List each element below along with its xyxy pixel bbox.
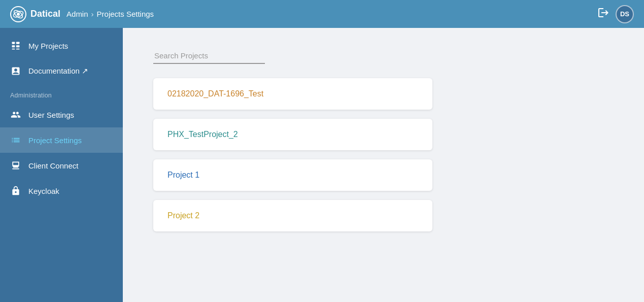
sidebar-item-client-connect-label: Client Connect — [28, 161, 78, 170]
sidebar-item-project-settings[interactable]: Project Settings — [0, 127, 123, 153]
project-name: PHX_TestProject_2 — [167, 130, 238, 139]
breadcrumb-root[interactable]: Admin — [66, 10, 88, 18]
sidebar-item-documentation-label: Documentation ↗ — [28, 66, 88, 76]
sidebar: My Projects Documentation ↗ Administrati… — [0, 28, 123, 302]
administration-label: Administration — [0, 84, 123, 102]
project-card-proj1[interactable]: 02182020_DAT-1696_Test — [153, 78, 432, 110]
server-icon — [10, 160, 21, 171]
project-card-proj4[interactable]: Project 2 — [153, 200, 432, 231]
sidebar-item-user-settings-label: User Settings — [28, 111, 74, 119]
search-container — [153, 48, 614, 64]
project-name: Project 1 — [167, 171, 199, 179]
grid-icon — [10, 40, 21, 51]
header-right: DS — [597, 5, 634, 23]
sidebar-item-project-settings-label: Project Settings — [28, 136, 82, 145]
avatar[interactable]: DS — [616, 5, 634, 23]
logo: Datical — [10, 6, 60, 22]
sidebar-item-my-projects[interactable]: My Projects — [0, 33, 123, 58]
header-left: Datical Admin › Projects Settings — [10, 6, 154, 22]
svg-rect-4 — [12, 42, 15, 44]
project-name: 02182020_DAT-1696_Test — [167, 89, 263, 98]
search-input[interactable] — [153, 48, 265, 64]
sidebar-item-keycloak-label: Keycloak — [28, 187, 59, 195]
svg-rect-6 — [12, 45, 15, 47]
logo-icon — [10, 6, 26, 22]
sidebar-item-keycloak[interactable]: Keycloak — [0, 178, 123, 204]
main-content: 02182020_DAT-1696_TestPHX_TestProject_2P… — [123, 28, 644, 302]
lock-icon — [10, 185, 21, 196]
project-card-proj3[interactable]: Project 1 — [153, 159, 432, 191]
svg-rect-7 — [16, 45, 20, 47]
sidebar-item-documentation[interactable]: Documentation ↗ — [0, 58, 123, 84]
doc-icon — [10, 65, 21, 77]
breadcrumb: Admin › Projects Settings — [66, 10, 154, 18]
project-card-proj2[interactable]: PHX_TestProject_2 — [153, 119, 432, 150]
svg-rect-8 — [12, 49, 15, 50]
svg-rect-5 — [16, 42, 20, 44]
app-header: Datical Admin › Projects Settings DS — [0, 0, 644, 28]
projects-list: 02182020_DAT-1696_TestPHX_TestProject_2P… — [153, 78, 614, 231]
svg-point-3 — [17, 13, 20, 16]
main-layout: My Projects Documentation ↗ Administrati… — [0, 28, 644, 302]
sidebar-item-user-settings[interactable]: User Settings — [0, 102, 123, 127]
list-icon — [10, 135, 21, 146]
sidebar-item-my-projects-label: My Projects — [28, 42, 68, 50]
logo-text: Datical — [30, 9, 60, 19]
breadcrumb-current: Projects Settings — [97, 10, 154, 18]
breadcrumb-separator: › — [91, 10, 94, 18]
sidebar-item-client-connect[interactable]: Client Connect — [0, 153, 123, 178]
project-name: Project 2 — [167, 211, 199, 220]
users-icon — [10, 109, 21, 120]
logout-icon[interactable] — [597, 7, 609, 22]
svg-rect-9 — [16, 49, 20, 50]
